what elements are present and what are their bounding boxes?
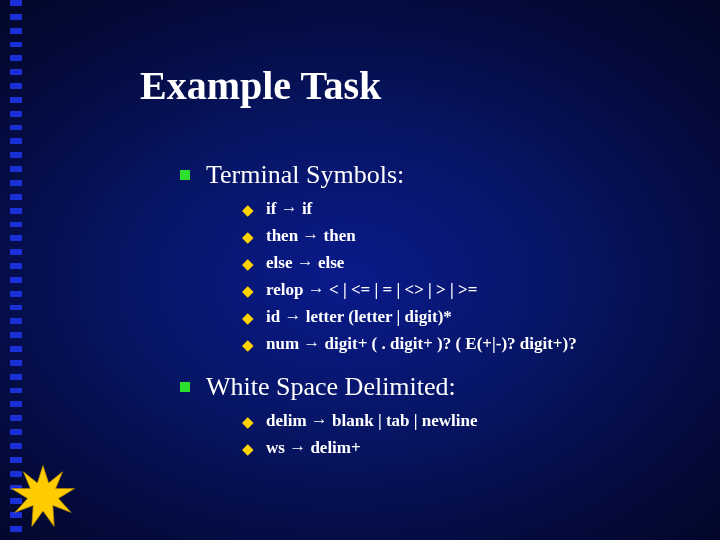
section-heading-row: Terminal Symbols: bbox=[180, 158, 680, 192]
diamond-bullet-icon: ◆ bbox=[242, 253, 254, 275]
list-item: ◆ if → if bbox=[242, 198, 680, 221]
slide: Example Task Terminal Symbols: ◆ if → if… bbox=[0, 0, 720, 540]
list-item-text: relop → < | <= | = | <> | > | >= bbox=[266, 279, 477, 301]
section-heading: Terminal Symbols: bbox=[206, 158, 404, 192]
list-item: ◆ num → digit+ ( . digit+ )? ( E(+|-)? d… bbox=[242, 333, 680, 356]
square-bullet-icon bbox=[180, 382, 190, 392]
diamond-bullet-icon: ◆ bbox=[242, 411, 254, 433]
diamond-bullet-icon: ◆ bbox=[242, 334, 254, 356]
list-item-text: if → if bbox=[266, 198, 312, 220]
diamond-bullet-icon: ◆ bbox=[242, 438, 254, 460]
list-item: ◆ else → else bbox=[242, 252, 680, 275]
list-item: ◆ delim → blank | tab | newline bbox=[242, 410, 680, 433]
left-decor-rail bbox=[10, 0, 22, 540]
section-heading-row: White Space Delimited: bbox=[180, 370, 680, 404]
list-item-text: num → digit+ ( . digit+ )? ( E(+|-)? dig… bbox=[266, 333, 577, 355]
list-item: ◆ then → then bbox=[242, 225, 680, 248]
diamond-bullet-icon: ◆ bbox=[242, 226, 254, 248]
list-item: ◆ relop → < | <= | = | <> | > | >= bbox=[242, 279, 680, 302]
list-item-text: delim → blank | tab | newline bbox=[266, 410, 478, 432]
section-heading: White Space Delimited: bbox=[206, 370, 456, 404]
starburst-icon bbox=[8, 462, 78, 532]
list-item-text: ws → delim+ bbox=[266, 437, 361, 459]
diamond-bullet-icon: ◆ bbox=[242, 199, 254, 221]
svg-marker-0 bbox=[12, 466, 75, 527]
diamond-bullet-icon: ◆ bbox=[242, 307, 254, 329]
list-item: ◆ ws → delim+ bbox=[242, 437, 680, 460]
slide-content: Terminal Symbols: ◆ if → if ◆ then → the… bbox=[180, 158, 680, 474]
slide-title: Example Task bbox=[140, 62, 381, 109]
list-item-text: else → else bbox=[266, 252, 344, 274]
square-bullet-icon bbox=[180, 170, 190, 180]
section-items: ◆ if → if ◆ then → then ◆ else → else ◆ … bbox=[242, 198, 680, 356]
diamond-bullet-icon: ◆ bbox=[242, 280, 254, 302]
list-item-text: then → then bbox=[266, 225, 356, 247]
list-item-text: id → letter (letter | digit)* bbox=[266, 306, 452, 328]
section-items: ◆ delim → blank | tab | newline ◆ ws → d… bbox=[242, 410, 680, 460]
list-item: ◆ id → letter (letter | digit)* bbox=[242, 306, 680, 329]
